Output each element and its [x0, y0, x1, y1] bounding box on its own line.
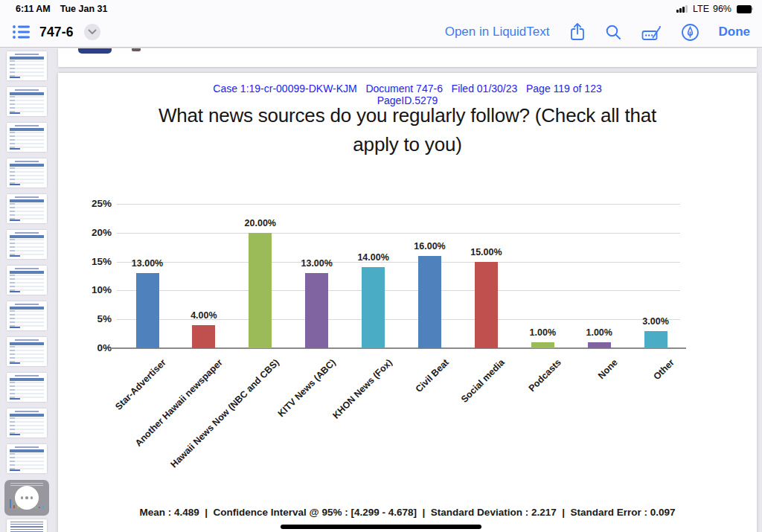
bar-value-label: 1.00% [573, 327, 625, 338]
y-axis-tick-label: 0% [71, 342, 112, 353]
x-axis-category-label: Other [652, 357, 676, 382]
toolbar: 747-6 Open in LiquidText [0, 16, 762, 48]
page-thumbnail[interactable] [7, 230, 47, 259]
bar-value-label: 20.00% [234, 218, 286, 228]
x-axis-category-label: Star-Advertiser [113, 357, 168, 412]
chart-gridline [117, 204, 680, 205]
x-axis-category-label: Social media [459, 357, 507, 405]
y-axis-tick-label: 25% [71, 198, 112, 209]
bar-value-label: 4.00% [178, 310, 230, 321]
bar-value-label: 1.00% [516, 327, 569, 338]
x-axis-category-label: KHON News (Fox) [330, 357, 394, 421]
x-axis-category-label: None [596, 357, 620, 381]
bar-value-label: 14.00% [348, 252, 400, 263]
table-of-contents-icon[interactable] [12, 24, 31, 40]
status-date: Tue Jan 31 [60, 4, 108, 14]
bar-civil-beat [418, 256, 441, 348]
thumbnail-loading-indicator [15, 486, 39, 510]
bar-star-advertiser [136, 273, 159, 348]
x-axis-category-label: Podcasts [527, 357, 563, 394]
page-thumbnail[interactable] [7, 337, 47, 366]
bar-another-hawaii-newspaper [192, 325, 215, 348]
page-thumbnail[interactable] [7, 194, 47, 223]
previous-page-graphic [78, 48, 112, 54]
markup-icon[interactable] [641, 24, 662, 41]
document-title: 747-6 [39, 25, 74, 40]
bar-value-label: 15.00% [460, 247, 512, 257]
previous-page-bottom [58, 48, 757, 67]
bar-value-label: 16.00% [404, 241, 456, 251]
statistics-footer: Mean : 4.489 | Confidence Interval @ 95%… [58, 507, 757, 518]
y-axis-tick-label: 5% [71, 313, 112, 324]
page-thumbnail[interactable] [7, 408, 47, 438]
page-thumbnails-sidebar[interactable] [0, 48, 57, 532]
battery-percent: 96% [713, 4, 731, 14]
bar-podcasts [531, 342, 554, 348]
pen-circle-icon[interactable] [681, 23, 699, 42]
bar-hawaii-news-now-nbc-and-cbs [249, 233, 272, 348]
bar-value-label: 13.00% [291, 258, 343, 269]
page-thumbnail[interactable] [7, 51, 47, 80]
done-button[interactable]: Done [719, 25, 751, 39]
x-axis-category-label: Hawaii News Now (NBC and CBS) [168, 357, 281, 469]
page-thumbnail[interactable] [7, 373, 47, 402]
y-axis-tick-label: 15% [71, 256, 112, 267]
bar-value-label: 13.00% [121, 258, 173, 269]
bar-none [588, 342, 611, 348]
x-axis-category-label: Civil Beat [413, 357, 450, 394]
bar-chart: 0%5%10%15%20%25%13.00%Star-Advertiser4.0… [58, 73, 757, 532]
page-thumbnail[interactable] [7, 87, 47, 116]
share-icon[interactable] [569, 22, 586, 42]
status-bar: 6:11 AM Tue Jan 31 LTE 96% [0, 0, 762, 16]
chevron-down-icon[interactable] [84, 24, 100, 40]
cellular-signal-icon [676, 5, 688, 13]
carrier-label: LTE [693, 4, 709, 14]
top-header: 6:11 AM Tue Jan 31 LTE 96% [0, 0, 762, 48]
pdf-page: Case 1:19-cr-00099-DKW-KJM Document 747-… [58, 73, 757, 532]
home-indicator[interactable] [281, 525, 481, 529]
bar-value-label: 3.00% [630, 316, 682, 327]
page-thumbnail[interactable] [7, 519, 47, 532]
chart-gridline [117, 233, 680, 234]
bar-social-media [475, 262, 498, 348]
search-icon[interactable] [605, 24, 622, 41]
page-thumbnail[interactable] [7, 158, 47, 188]
bar-kitv-news-abc [305, 273, 328, 348]
previous-page-graphic-small [132, 48, 141, 51]
y-axis-tick-label: 20% [71, 227, 112, 238]
chart-gridline [117, 290, 680, 291]
page-thumbnail[interactable] [7, 301, 47, 330]
bar-other [644, 331, 667, 348]
content-area: Case 1:19-cr-00099-DKW-KJM Document 747-… [0, 48, 762, 532]
page-thumbnail[interactable] [7, 444, 47, 473]
status-time: 6:11 AM [16, 4, 51, 14]
x-axis-category-label: KITV News (ABC) [276, 357, 338, 419]
battery-icon [737, 5, 753, 13]
bar-khon-news-fox [362, 267, 385, 348]
y-axis-tick-label: 10% [71, 284, 112, 295]
page-thumbnail[interactable] [7, 266, 47, 295]
open-in-liquidtext-button[interactable]: Open in LiquidText [445, 25, 550, 39]
page-thumbnail[interactable] [7, 123, 47, 152]
page-thumbnail-selected[interactable] [4, 480, 49, 516]
